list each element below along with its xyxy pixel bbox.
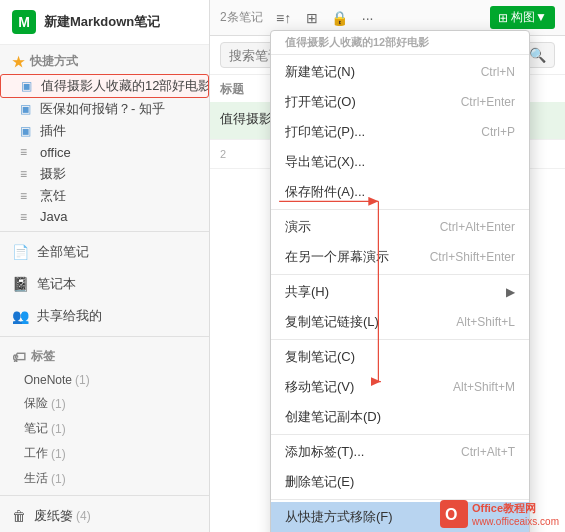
tags-label: 🏷 标签	[0, 340, 209, 369]
grid-button[interactable]: ⊞	[301, 7, 323, 29]
doc-icon: ▣	[20, 102, 34, 116]
shared-icon: 👥	[12, 308, 29, 324]
menu-share[interactable]: 共享(H) ▶	[271, 277, 529, 307]
lock-button[interactable]: 🔒	[329, 7, 351, 29]
tag-icon: 🏷	[12, 349, 26, 365]
menu-divider	[271, 339, 529, 340]
tag-insurance[interactable]: 保险 (1)	[0, 391, 209, 416]
lines-icon: ≡	[20, 167, 34, 181]
sidebar-item-java[interactable]: ≡ Java	[0, 207, 209, 227]
menu-divider	[271, 54, 529, 55]
nav-notebooks[interactable]: 📓 笔记本	[0, 268, 209, 300]
shortcuts-label: ★ 快捷方式	[0, 45, 209, 74]
star-icon: ★	[12, 54, 25, 70]
sidebar-header: M 新建Markdown笔记	[0, 0, 209, 45]
divider	[0, 495, 209, 496]
notes-count: 2条笔记	[220, 9, 263, 26]
more-button[interactable]: ···	[357, 7, 379, 29]
sidebar: M 新建Markdown笔记 ★ 快捷方式 ▣ 值得摄影人收藏的12部好电影 ▣…	[0, 0, 210, 532]
app-title: 新建Markdown笔记	[44, 13, 160, 31]
view-icon: ⊞	[498, 11, 508, 25]
sidebar-item-photography[interactable]: ≡ 摄影	[0, 163, 209, 185]
doc-icon: ▣	[21, 79, 35, 93]
menu-move-note[interactable]: 移动笔记(V) Alt+Shift+M	[271, 372, 529, 402]
main-area: 2条笔记 ≡↑ ⊞ 🔒 ··· ⊞ 构图▼ 🔍 标题 值得摄影人收藏的12部好电…	[210, 0, 565, 532]
context-menu-header: 值得摄影人收藏的12部好电影	[271, 31, 529, 52]
all-notes-icon: 📄	[12, 244, 29, 260]
search-icon: 🔍	[529, 47, 546, 63]
trash-icon: 🗑	[12, 508, 26, 524]
lines-icon: ≡	[20, 210, 34, 224]
trash-count: (4)	[76, 509, 91, 523]
menu-remove-shortcut[interactable]: 从快捷方式移除(F)	[271, 502, 529, 532]
nav-all-notes[interactable]: 📄 全部笔记	[0, 236, 209, 268]
menu-new-note[interactable]: 新建笔记(N) Ctrl+N	[271, 57, 529, 87]
menu-present-other[interactable]: 在另一个屏幕演示 Ctrl+Shift+Enter	[271, 242, 529, 272]
menu-save-attachment[interactable]: 保存附件(A)...	[271, 177, 529, 207]
menu-divider	[271, 499, 529, 500]
sidebar-item-office[interactable]: ≡ office	[0, 142, 209, 162]
doc-icon: ▣	[20, 124, 34, 138]
menu-present[interactable]: 演示 Ctrl+Alt+Enter	[271, 212, 529, 242]
sort-button[interactable]: ≡↑	[273, 7, 295, 29]
divider	[0, 231, 209, 232]
nav-trash[interactable]: 🗑 废纸篓 (4)	[0, 500, 209, 532]
lines-icon: ≡	[20, 189, 34, 203]
sidebar-item-cooking[interactable]: ≡ 烹饪	[0, 185, 209, 207]
menu-add-tag[interactable]: 添加标签(T)... Ctrl+Alt+T	[271, 437, 529, 467]
view-button[interactable]: ⊞ 构图▼	[490, 6, 555, 29]
context-menu: 值得摄影人收藏的12部好电影 新建笔记(N) Ctrl+N 打开笔记(O) Ct…	[270, 30, 530, 532]
lines-icon: ≡	[20, 145, 34, 159]
sidebar-item-medical[interactable]: ▣ 医保如何报销？- 知乎	[0, 98, 209, 120]
menu-divider	[271, 274, 529, 275]
tag-onenote[interactable]: OneNote (1)	[0, 369, 209, 391]
divider	[0, 336, 209, 337]
tag-work[interactable]: 工作 (1)	[0, 441, 209, 466]
tag-life[interactable]: 生活 (1)	[0, 466, 209, 491]
menu-export-note[interactable]: 导出笔记(X)...	[271, 147, 529, 177]
menu-divider	[271, 434, 529, 435]
tag-notes[interactable]: 笔记 (1)	[0, 416, 209, 441]
menu-delete-note[interactable]: 删除笔记(E)	[271, 467, 529, 497]
app-logo: M	[12, 10, 36, 34]
menu-copy-note[interactable]: 复制笔记(C)	[271, 342, 529, 372]
menu-copy-link[interactable]: 复制笔记链接(L) Alt+Shift+L	[271, 307, 529, 337]
sidebar-item-plugin[interactable]: ▣ 插件	[0, 120, 209, 142]
menu-duplicate-note[interactable]: 创建笔记副本(D)	[271, 402, 529, 432]
menu-divider	[271, 209, 529, 210]
menu-open-note[interactable]: 打开笔记(O) Ctrl+Enter	[271, 87, 529, 117]
menu-print-note[interactable]: 打印笔记(P)... Ctrl+P	[271, 117, 529, 147]
notebooks-icon: 📓	[12, 276, 29, 292]
nav-shared[interactable]: 👥 共享给我的	[0, 300, 209, 332]
sidebar-item-photo[interactable]: ▣ 值得摄影人收藏的12部好电影	[0, 74, 209, 98]
